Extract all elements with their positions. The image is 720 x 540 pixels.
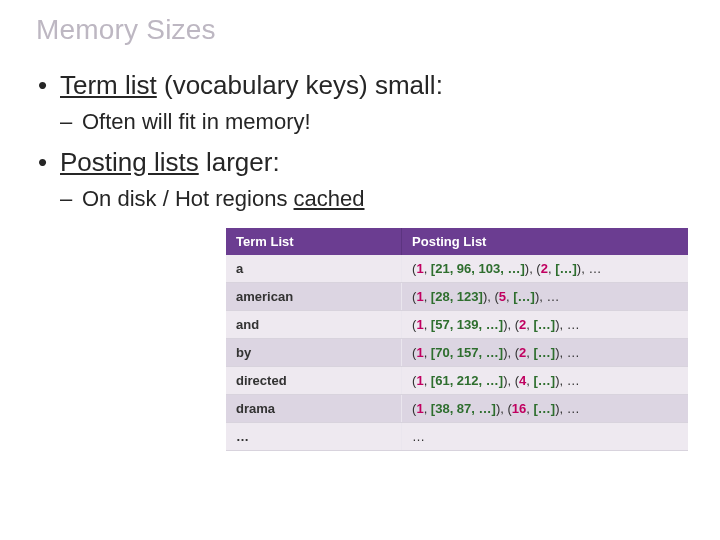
cell-posting: (1, [38, 87, …]), (16, […]), … — [402, 394, 688, 422]
sublist-2: On disk / Hot regions cached — [60, 184, 684, 214]
subbullet-on-disk-pre: On disk / Hot regions — [82, 186, 294, 211]
th-term-list: Term List — [226, 228, 402, 255]
slide-title: Memory Sizes — [36, 14, 684, 46]
bullet-term-list: Term list (vocabulary keys) small: Often… — [36, 68, 684, 137]
cell-term: drama — [226, 394, 402, 422]
table-row: …… — [226, 422, 688, 450]
cell-term: american — [226, 282, 402, 310]
term-posting-table: Term List Posting List a(1, [21, 96, 103… — [226, 228, 688, 451]
subbullet-fit-memory: Often will fit in memory! — [60, 107, 684, 137]
table-row: a(1, [21, 96, 103, …]), (2, […]), … — [226, 255, 688, 283]
cell-term: by — [226, 338, 402, 366]
table-row: by(1, [70, 157, …]), (2, […]), … — [226, 338, 688, 366]
cell-posting: (1, [61, 212, …]), (4, […]), … — [402, 366, 688, 394]
bullet-term-list-key: Term list — [60, 70, 157, 100]
bullet-posting-lists-rest: larger: — [199, 147, 280, 177]
sublist-1: Often will fit in memory! — [60, 107, 684, 137]
cell-posting: (1, [57, 139, …]), (2, […]), … — [402, 310, 688, 338]
cell-term: and — [226, 310, 402, 338]
subbullet-on-disk-cached: cached — [294, 186, 365, 211]
table-row: drama(1, [38, 87, …]), (16, […]), … — [226, 394, 688, 422]
table-header-row: Term List Posting List — [226, 228, 688, 255]
table-row: american(1, [28, 123]), (5, […]), … — [226, 282, 688, 310]
cell-term: … — [226, 422, 402, 450]
slide: Memory Sizes Term list (vocabulary keys)… — [0, 0, 720, 540]
th-posting-list: Posting List — [402, 228, 688, 255]
cell-posting: … — [402, 422, 688, 450]
cell-posting: (1, [28, 123]), (5, […]), … — [402, 282, 688, 310]
bullet-term-list-rest: (vocabulary keys) small: — [157, 70, 443, 100]
bullet-posting-lists: Posting lists larger: On disk / Hot regi… — [36, 145, 684, 214]
cell-posting: (1, [21, 96, 103, …]), (2, […]), … — [402, 255, 688, 283]
bullet-list: Term list (vocabulary keys) small: Often… — [36, 68, 684, 214]
cell-term: a — [226, 255, 402, 283]
bullet-posting-lists-key: Posting lists — [60, 147, 199, 177]
table-body: a(1, [21, 96, 103, …]), (2, […]), …ameri… — [226, 255, 688, 451]
table-row: and(1, [57, 139, …]), (2, […]), … — [226, 310, 688, 338]
table-row: directed(1, [61, 212, …]), (4, […]), … — [226, 366, 688, 394]
table-wrap: Term List Posting List a(1, [21, 96, 103… — [226, 228, 688, 451]
cell-posting: (1, [70, 157, …]), (2, […]), … — [402, 338, 688, 366]
cell-term: directed — [226, 366, 402, 394]
subbullet-on-disk: On disk / Hot regions cached — [60, 184, 684, 214]
